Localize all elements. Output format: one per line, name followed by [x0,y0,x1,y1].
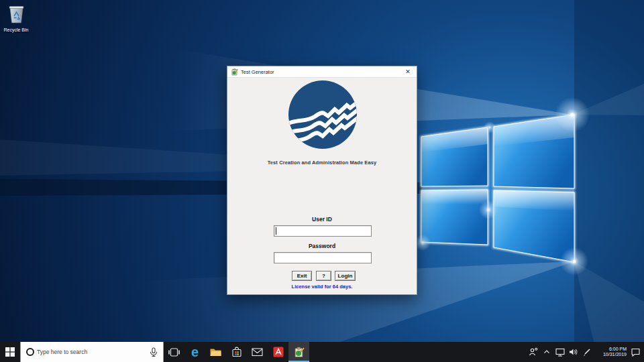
file-explorer-button[interactable] [205,342,226,362]
people-button[interactable] [527,342,539,362]
tray-overflow-button[interactable] [541,342,553,362]
adobe-reader-button[interactable] [268,342,288,362]
cortana-icon [26,348,34,356]
screen: Recycle Bin Test Generator ✕ [0,0,644,362]
user-id-field[interactable] [274,225,372,237]
window-title: Test Generator [241,69,274,75]
help-button[interactable]: ? [316,271,331,281]
edge-icon: e [191,345,199,359]
app-tagline: Test Creation and Administration Made Ea… [227,160,417,166]
test-generator-window: Test Generator ✕ Test Creation and Admin… [227,66,417,295]
test-generator-icon [293,347,305,358]
taskbar: e [0,342,644,362]
pen-icon [582,347,592,357]
system-tray: 6:00 PM 10/31/2019 [527,342,644,362]
text-caret [276,227,276,235]
recycle-bin-icon [7,3,25,24]
clock-time: 6:00 PM [594,347,627,353]
store-icon [231,347,242,357]
exit-button[interactable]: Exit [292,271,312,281]
start-button[interactable] [0,342,20,362]
volume-icon [569,347,579,357]
password-field[interactable] [274,252,372,263]
login-button[interactable]: Login [335,271,356,281]
chevron-up-icon [543,348,551,356]
volume-button[interactable] [568,342,580,362]
password-label: Password [227,243,417,249]
clock-date: 10/31/2019 [594,352,627,358]
action-center-icon [631,347,641,357]
taskbar-clock[interactable]: 6:00 PM 10/31/2019 [594,347,628,358]
taskbar-search[interactable] [20,342,164,362]
task-view-button[interactable] [164,342,184,362]
action-center-button[interactable] [629,342,641,362]
user-id-label: User ID [227,216,417,223]
mail-icon [252,347,263,357]
adobe-reader-icon [273,347,284,357]
test-generator-logo [288,80,358,149]
taskbar-spacer [309,342,527,362]
license-status-text: License valid for 64 days. [227,284,417,290]
task-view-icon [168,347,180,357]
mail-button[interactable] [247,342,268,362]
window-body: Test Creation and Administration Made Ea… [227,78,417,294]
network-icon [555,347,566,357]
store-button[interactable] [226,342,247,362]
people-icon [529,347,538,357]
network-button[interactable] [554,342,566,362]
recycle-bin-shortcut[interactable]: Recycle Bin [1,3,31,32]
file-explorer-icon [210,347,221,357]
test-generator-app-icon [231,68,238,76]
window-titlebar[interactable]: Test Generator ✕ [227,66,417,78]
microphone-icon[interactable] [149,347,158,357]
windows-ink-button[interactable] [581,342,593,362]
close-icon[interactable]: ✕ [402,66,413,77]
desktop: Recycle Bin Test Generator ✕ [0,0,644,342]
edge-button[interactable]: e [184,342,205,362]
search-input[interactable] [34,349,149,355]
recycle-bin-label: Recycle Bin [1,27,31,32]
windows-logo-icon [5,347,15,357]
test-generator-taskbar-button[interactable] [288,342,309,362]
